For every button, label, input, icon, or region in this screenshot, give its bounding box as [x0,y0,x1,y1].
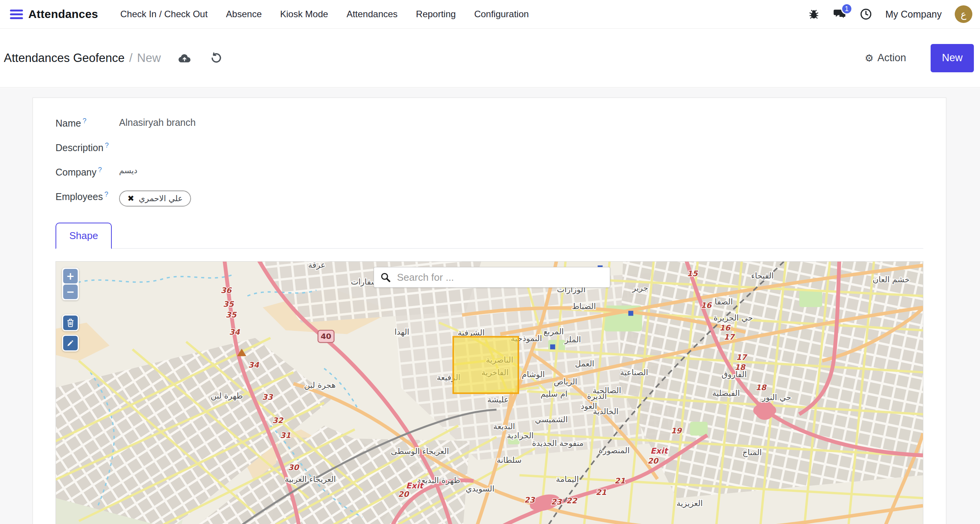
svg-text:منفوحة الجديدة: منفوحة الجديدة [532,439,584,448]
new-record-button[interactable]: New [931,44,974,72]
svg-text:19: 19 [671,426,683,435]
svg-text:18: 18 [735,363,746,372]
svg-text:23: 23 [524,495,536,504]
svg-text:17: 17 [736,353,748,362]
control-panel: Attendances Geofence / New ⚙ Action New [0,29,980,88]
breadcrumb: Attendances Geofence / New [4,51,161,65]
road-shields: 40 [318,330,334,343]
field-row-company: Company? ديسم [56,165,923,190]
svg-text:18: 18 [756,383,767,392]
search-icon [380,272,391,283]
menu-absence[interactable]: Absence [218,4,269,24]
svg-text:الشميسي: الشميسي [535,415,568,424]
svg-text:ظهرة البديعة: ظهرة البديعة [417,476,461,485]
svg-text:34: 34 [229,328,240,337]
svg-text:الجرادية: الجرادية [507,431,534,440]
action-menu-button[interactable]: ⚙ Action [865,52,906,64]
svg-text:جرير: جرير [632,283,648,293]
tag-remove-icon[interactable]: ✖ [127,194,134,203]
svg-text:34: 34 [248,360,260,369]
breadcrumb-separator: / [129,51,132,65]
field-row-description: Description? [56,141,923,165]
svg-text:15: 15 [687,269,699,278]
description-help-icon[interactable]: ? [105,142,109,149]
employees-input[interactable]: ✖ علي الاحمري [119,190,191,207]
edit-shape-pencil-button[interactable] [63,336,78,350]
svg-text:البديعة: البديعة [493,422,515,431]
svg-text:21: 21 [596,488,606,497]
discard-undo-button[interactable] [210,52,222,64]
top-navbar: Attendances Check In / Check Out Absence… [0,0,980,29]
svg-text:عليشة: عليشة [487,395,509,404]
svg-text:العمل: العمل [575,359,594,368]
svg-text:اليمامة: اليمامة [556,475,579,484]
svg-text:الملز: الملز [564,335,581,344]
name-input[interactable]: Alnasiryah branch [119,116,196,128]
control-panel-right: ⚙ Action New [865,44,974,72]
svg-text:السويدي: السويدي [466,484,494,493]
menu-check-in-out[interactable]: Check In / Check Out [113,4,215,24]
tab-shape[interactable]: Shape [56,223,112,249]
svg-text:الصالحية: الصالحية [593,386,621,395]
name-help-icon[interactable]: ? [83,117,87,125]
svg-text:32: 32 [273,416,284,425]
delete-shape-button[interactable] [63,316,78,330]
user-avatar[interactable]: ع [955,5,972,23]
svg-text:23: 23 [551,497,562,506]
svg-text:عرقة: عرقة [308,262,325,270]
action-label: Action [877,52,906,64]
svg-text:الصفا: الصفا [715,297,733,306]
save-cloud-button[interactable] [178,52,191,64]
menu-kiosk-mode[interactable]: Kiosk Mode [273,4,336,24]
svg-text:Exit: Exit [650,446,669,456]
svg-text:الفيحاء: الفيحاء [751,271,774,280]
activities-clock-icon[interactable] [859,8,872,21]
svg-text:خشم العان: خشم العان [873,275,910,285]
zoom-out-button[interactable]: − [63,285,78,299]
geofence-map[interactable]: 40 عرقةسفاراتالوزاراتجريرالفيحاءخشم العا… [56,261,923,524]
breadcrumb-parent[interactable]: Attendances Geofence [4,51,124,65]
main-menu: Check In / Check Out Absence Kiosk Mode … [113,4,536,24]
form-sheet: Name? Alnasiryah branch Description? Com… [33,98,946,524]
svg-text:العريجاء الغربية: العريجاء الغربية [285,475,336,484]
svg-text:Exit: Exit [406,481,424,490]
messages-icon[interactable]: 1 [833,8,846,21]
svg-text:المناخ: المناخ [742,448,762,457]
svg-text:20: 20 [398,490,410,499]
company-input[interactable]: ديسم [119,165,137,175]
svg-text:30: 30 [288,463,300,472]
svg-text:33: 33 [262,392,274,402]
geofence-rectangle[interactable] [453,337,518,393]
svg-text:هجرة لبن: هجرة لبن [304,381,336,390]
svg-text:الهدا: الهدا [394,328,409,337]
notebook-tabs: Shape [56,222,923,249]
company-help-icon[interactable]: ? [98,166,102,174]
svg-text:17: 17 [724,332,735,342]
systray: 1 My Company ع [807,5,972,23]
svg-text:الرياض: الرياض [554,377,577,386]
messages-badge[interactable]: 1 [841,3,853,15]
svg-text:ام سليم: ام سليم [541,389,567,399]
field-row-employees: Employees? ✖ علي الاحمري [56,190,923,216]
map-search-box [374,267,610,288]
employees-label: Employees? [56,190,119,202]
svg-text:الصناعية: الصناعية [620,368,648,377]
apps-menu-icon[interactable] [10,10,23,19]
map-search-input[interactable] [397,272,604,283]
svg-text:العريجاء الوسطى: العريجاء الوسطى [391,447,449,456]
svg-text:22: 22 [566,496,578,505]
employee-tag[interactable]: ✖ علي الاحمري [119,190,191,207]
svg-text:21: 21 [614,476,625,485]
menu-reporting[interactable]: Reporting [408,4,464,24]
map-draw-controls [62,314,79,352]
zoom-in-button[interactable]: + [63,269,78,283]
menu-configuration[interactable]: Configuration [467,4,537,24]
field-row-name: Name? Alnasiryah branch [56,116,923,141]
menu-attendances[interactable]: Attendances [339,4,405,24]
company-switcher[interactable]: My Company [885,9,942,20]
svg-text:حي الجزيرة: حي الجزيرة [714,313,753,322]
map-canvas[interactable]: 40 عرقةسفاراتالوزاراتجريرالفيحاءخشم العا… [56,262,923,524]
svg-text:36: 36 [220,286,232,295]
bug-icon[interactable] [807,8,820,21]
employees-help-icon[interactable]: ? [105,190,108,198]
